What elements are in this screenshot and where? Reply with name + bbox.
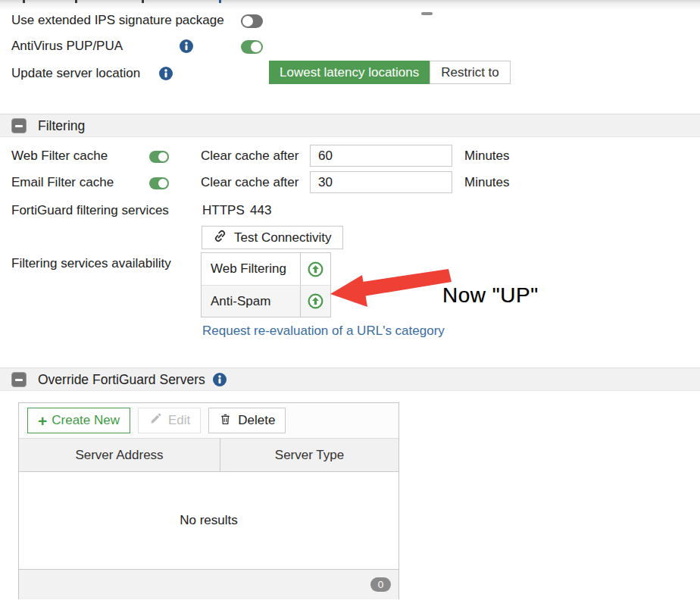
option-lowest-latency[interactable]: Lowest latency locations <box>269 61 430 84</box>
collapse-icon[interactable] <box>11 118 27 133</box>
antivirus-pup-toggle[interactable] <box>241 40 263 54</box>
filtering-services-protocol: HTTPS <box>202 203 245 218</box>
toggle-knob <box>158 152 167 161</box>
trash-icon <box>219 412 232 430</box>
extended-ips-label: Use extended IPS signature package <box>11 13 224 28</box>
filtering-services-label: FortiGuard filtering services <box>11 203 169 218</box>
edit-button: Edit <box>138 408 201 433</box>
minutes-unit-label: Minutes <box>464 175 510 190</box>
toggle-knob <box>158 179 167 188</box>
table-header-row: Server Address Server Type <box>19 439 398 472</box>
minutes-unit-label: Minutes <box>464 149 510 164</box>
table-toolbar: + Create New Edit Delete <box>19 403 398 439</box>
override-section-bar: Override FortiGuard Servers <box>0 367 700 391</box>
extended-ips-toggle[interactable] <box>241 14 263 28</box>
service-name: Web Filtering <box>202 261 300 277</box>
toggle-knob <box>242 16 253 27</box>
override-section-title: Override FortiGuard Servers <box>38 368 227 391</box>
minus-glyph <box>15 379 23 381</box>
override-servers-panel: + Create New Edit Delete Server Address … <box>18 402 399 599</box>
update-server-location-segmented: Lowest latency locations Restrict to <box>269 61 511 84</box>
availability-table: Web Filtering Anti-Spam <box>201 252 331 317</box>
info-icon[interactable] <box>213 371 227 384</box>
test-connectivity-button[interactable]: Test Connectivity <box>202 226 343 249</box>
status-up-icon <box>300 286 330 317</box>
web-filter-cache-label: Web Filter cache <box>11 149 108 164</box>
email-filter-cache-label: Email Filter cache <box>11 175 114 190</box>
availability-row: Anti-Spam <box>202 285 330 317</box>
delete-label: Delete <box>238 413 275 428</box>
status-up-icon <box>300 253 330 285</box>
cutoff-text-fragment <box>219 0 221 3</box>
chain-link-icon <box>213 229 227 247</box>
top-cutoff-strip <box>0 0 700 11</box>
availability-label: Filtering services availability <box>11 256 171 271</box>
pencil-icon <box>148 412 162 430</box>
availability-row: Web Filtering <box>202 253 330 285</box>
web-filter-cache-minutes-input[interactable] <box>310 145 452 167</box>
email-filter-cache-toggle[interactable] <box>149 177 169 189</box>
web-filter-cache-toggle[interactable] <box>149 151 169 163</box>
toggle-knob <box>251 42 261 52</box>
column-header-server-address: Server Address <box>19 439 220 471</box>
empty-results-text: No results <box>180 513 238 528</box>
annotation-text: Now "UP" <box>442 283 539 308</box>
clear-cache-after-label: Clear cache after <box>201 149 298 164</box>
info-icon[interactable] <box>180 39 193 53</box>
reevaluate-url-link[interactable]: Request re-evaluation of a URL's categor… <box>202 324 445 339</box>
test-connectivity-label: Test Connectivity <box>234 230 332 245</box>
create-new-label: Create New <box>52 413 120 428</box>
table-footer: 0 <box>19 569 398 599</box>
cutoff-ui-fragment <box>421 12 433 15</box>
table-body: No results <box>19 472 398 569</box>
column-header-server-type: Server Type <box>220 439 398 471</box>
create-new-button[interactable]: + Create New <box>27 408 130 433</box>
plus-icon: + <box>38 413 47 429</box>
email-filter-cache-minutes-input[interactable] <box>310 171 452 193</box>
filtering-services-port: 443 <box>250 203 271 218</box>
edit-label: Edit <box>168 413 190 428</box>
clear-cache-after-label: Clear cache after <box>201 175 298 190</box>
row-count-badge: 0 <box>370 577 391 592</box>
service-name: Anti-Spam <box>202 294 300 309</box>
cutoff-text-fragment <box>142 0 144 3</box>
update-server-location-label: Update server location <box>11 66 140 81</box>
minus-glyph <box>15 125 23 127</box>
cutoff-text-fragment <box>23 0 25 3</box>
cutoff-text-fragment <box>75 0 77 3</box>
delete-button[interactable]: Delete <box>208 408 286 433</box>
collapse-icon[interactable] <box>11 372 27 387</box>
option-restrict-to[interactable]: Restrict to <box>430 61 511 84</box>
info-icon[interactable] <box>159 67 173 80</box>
annotation-red-arrow <box>330 267 452 314</box>
filtering-section-title: Filtering <box>38 114 85 137</box>
filtering-section-bar: Filtering <box>0 114 700 137</box>
antivirus-pup-label: AntiVirus PUP/PUA <box>11 39 123 54</box>
